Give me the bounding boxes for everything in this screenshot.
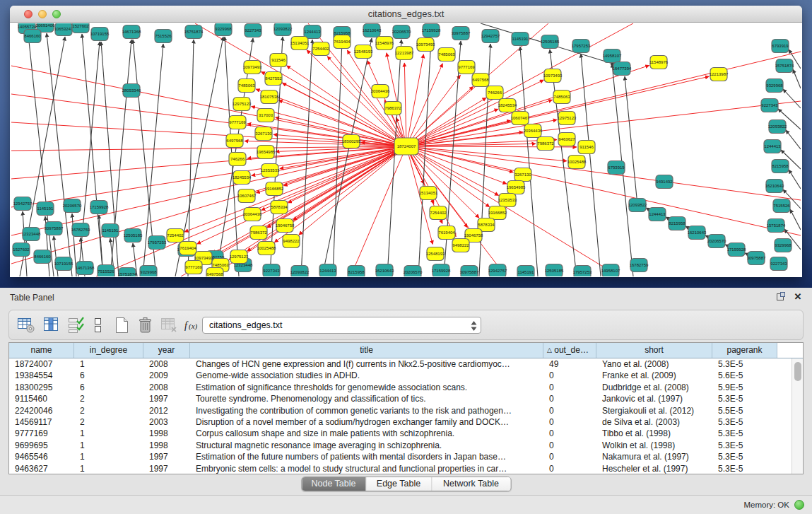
graph-node-label: 12093822 (290, 270, 310, 274)
memory-ok-icon[interactable] (794, 500, 804, 510)
table-row[interactable]: 911546021997Tourette syndrome. Phenomeno… (9, 393, 803, 404)
column-header-year[interactable]: year (143, 343, 190, 358)
table-row[interactable]: 1872400712008Changes of HCN gene express… (9, 358, 803, 370)
cell-in_degree: 1 (74, 451, 143, 462)
scrollbar-thumb[interactable] (794, 362, 801, 381)
column-header-filler (777, 343, 803, 358)
cell-title: Structural magnetic resonance image aver… (190, 440, 543, 451)
cell-out_de: 49 (543, 358, 596, 370)
row-select-icon[interactable] (67, 316, 87, 334)
graph-node-label: 9498222 (283, 239, 300, 243)
graph-edge-black (786, 130, 801, 149)
graph-node-label: 7485063 (238, 83, 255, 88)
graph-edge-red (406, 54, 423, 146)
table-row[interactable]: 946554611997Estimation of the future num… (9, 451, 803, 462)
graph-edge-red (406, 146, 801, 200)
graph-edge-black (101, 42, 119, 276)
table-row[interactable]: 969969511998Structural magnetic resonanc… (9, 440, 803, 451)
table-row[interactable]: 1830029562008Estimation of significance … (9, 382, 803, 393)
float-panel-icon[interactable] (775, 291, 787, 303)
table-selector-dropdown[interactable]: citations_edges.txt (202, 317, 481, 334)
graph-node-label: 8466160 (34, 255, 51, 259)
tab-network-table[interactable]: Network Table (432, 477, 510, 491)
graph-node-label: 7515526 (98, 269, 114, 274)
tab-edge-table[interactable]: Edge Table (366, 477, 432, 491)
graph-node-label: 19654985 (257, 150, 276, 154)
cell-title: Corpus callosum shape and size in male p… (190, 428, 543, 439)
cell-in_degree: 2 (74, 405, 143, 416)
graph-node-label: 15751874 (184, 30, 204, 34)
column-header-out_de[interactable]: △ out_de… (543, 343, 596, 358)
column-chooser-icon[interactable] (42, 316, 61, 334)
table-settings-icon[interactable] (16, 316, 36, 334)
table-panel-title: Table Panel (10, 293, 54, 303)
table-row[interactable]: 977716911998Corpus callosum shape and si… (9, 428, 803, 439)
graph-node-label: 17957253 (573, 270, 592, 274)
cell-year: 2008 (143, 358, 190, 370)
table-vertical-scrollbar[interactable] (792, 358, 803, 474)
import-table-icon[interactable] (159, 316, 179, 334)
window-titlebar[interactable]: citations_edges.txt (10, 6, 802, 23)
new-table-icon[interactable] (112, 316, 132, 334)
graph-node-label: 7986372 (537, 141, 554, 146)
graph-node-label: 9777169 (458, 65, 475, 69)
graph-node-label: 19654985 (507, 185, 526, 189)
cell-short: Nakamura et al. (1997) (596, 451, 712, 462)
table-row[interactable]: 1938455462009Genome-wide association stu… (9, 370, 803, 381)
graph-node-label: 1527602 (72, 24, 89, 28)
network-view-window: citations_edges.txt 14055724206914061065… (10, 6, 802, 277)
merge-rows-icon[interactable] (91, 316, 111, 334)
graph-node-label: 10719155 (90, 32, 110, 36)
column-header-title[interactable]: title (190, 343, 543, 358)
graph-node-label: 7986372 (250, 230, 267, 235)
cell-year: 2008 (143, 382, 190, 393)
graph-node-label: 9463627 (558, 137, 575, 141)
column-header-in_degree[interactable]: in_degree (74, 343, 143, 358)
cell-pagerank: 5.3E-5 (712, 358, 777, 370)
function-builder-icon[interactable]: f(x) (183, 316, 203, 334)
column-header-pagerank[interactable]: pagerank (712, 343, 777, 358)
cell-in_degree: 6 (74, 370, 143, 381)
graph-node-label: 5878334 (271, 205, 288, 209)
graph-node-label: 12213987 (710, 72, 729, 76)
graph-node-label: 20364436 (371, 89, 390, 93)
cell-in_degree: 1 (74, 358, 143, 370)
table-row[interactable]: 2242004622012Investigating the contribut… (9, 405, 803, 416)
graph-node-label: 15134051 (419, 191, 438, 195)
graph-node-label: 9329968 (215, 27, 232, 31)
close-panel-icon[interactable]: ✕ (792, 291, 804, 303)
graph-node-label: 14958107 (601, 269, 620, 273)
graph-node-label: 12975123 (230, 255, 249, 259)
cell-year: 1997 (143, 393, 190, 404)
graph-node-label: 12942757 (488, 269, 507, 273)
tab-node-table[interactable]: Node Table (302, 477, 366, 491)
graph-canvas[interactable]: 1405572420691406106532471527602846616010… (11, 23, 801, 276)
graph-node-label: 20206570 (392, 30, 411, 34)
column-header-name[interactable]: name (9, 343, 74, 358)
graph-node-label: 12093822 (768, 124, 787, 129)
graph-node-label: 9498222 (452, 243, 469, 247)
cell-title: Genome-wide association studies in ADHD. (190, 370, 543, 381)
graph-edge-red (387, 53, 406, 146)
table-row[interactable]: 946362711997Embryonic stem cells: a mode… (9, 463, 803, 474)
cell-title: Estimation of the future numbers of pati… (190, 451, 543, 462)
graph-node-label: 6793919 (772, 44, 789, 48)
column-header-short[interactable]: short (596, 343, 712, 358)
cell-short: Dudbridge et al. (2008) (596, 382, 712, 393)
graph-node-label: 12505185 (124, 233, 143, 238)
graph-node-label: 7619404 (438, 230, 455, 235)
graph-node-label: 28053346 (122, 88, 141, 93)
table-row[interactable]: 1456911722003Disruption of a novel membe… (9, 416, 803, 428)
graph-node-label: 10653247 (54, 27, 73, 31)
svg-text:(x): (x) (189, 322, 198, 331)
graph-node-label: 7515526 (773, 204, 790, 208)
cell-name: 9777169 (9, 428, 74, 439)
delete-table-icon[interactable] (136, 316, 156, 334)
graph-node-label: 30975887 (460, 270, 479, 274)
graph-node-label: 17957253 (148, 240, 167, 245)
cell-out_de: 0 (543, 405, 596, 416)
table-body: 1872400712008Changes of HCN gene express… (9, 358, 803, 474)
cell-title: Embryonic stem cells: a model to study s… (190, 463, 543, 474)
graph-node-label: 19166852 (488, 211, 507, 215)
cell-pagerank: 5.9E-5 (712, 382, 777, 393)
